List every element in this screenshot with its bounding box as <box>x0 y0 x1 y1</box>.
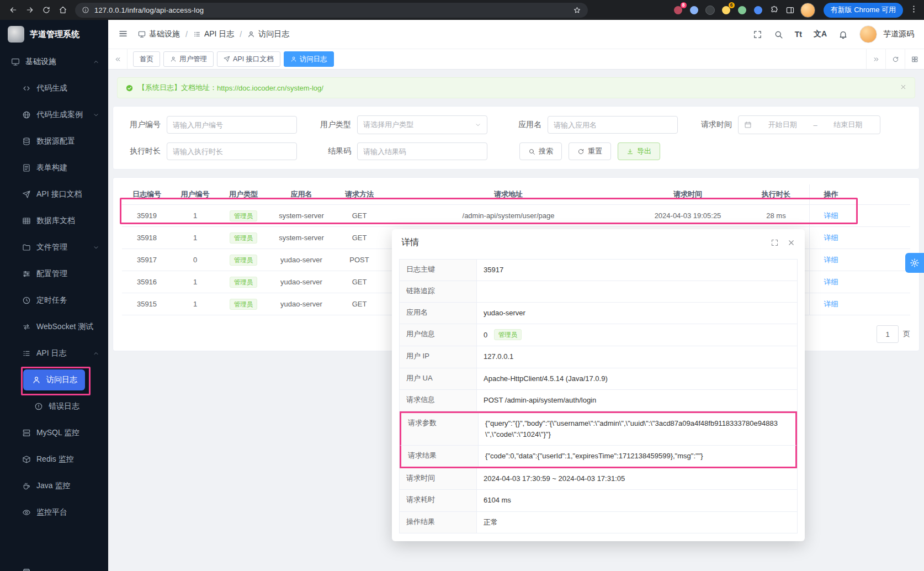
tabs-scroll-left-button[interactable] <box>108 49 128 69</box>
sidebar-item[interactable]: 基础设施 <box>0 49 108 75</box>
sidebar-item[interactable]: 代码生成 <box>0 75 108 102</box>
sidebar-item[interactable]: 错误日志 <box>0 393 108 420</box>
detail-value: 2024-04-03 17:30:59 ~ 2024-04-03 17:31:0… <box>477 468 797 489</box>
extension-icon[interactable]: 8 <box>672 4 684 16</box>
browser-forward-button[interactable] <box>22 2 38 18</box>
detail-value: {"query":"{}","body":"{\"username\":\"ad… <box>479 413 795 445</box>
sidebar-item-icon <box>22 322 31 331</box>
breadcrumb-item[interactable]: 访问日志 <box>247 29 289 39</box>
sidebar-item[interactable]: 表单构建 <box>0 155 108 181</box>
dialog-close-icon[interactable] <box>787 239 795 247</box>
user-type-badge: 管理员 <box>230 255 258 266</box>
export-button[interactable]: 导出 <box>618 142 660 160</box>
page-tab[interactable]: 访问日志 <box>284 51 334 67</box>
sidebar-item-icon <box>22 296 31 305</box>
cell-actions: 详细 <box>809 227 852 249</box>
sidebar-item[interactable]: 配置管理 <box>0 261 108 287</box>
sidebar-item-icon <box>22 84 31 93</box>
sidebar-item[interactable]: Redis 监控 <box>0 446 108 473</box>
fullscreen-button[interactable] <box>753 30 762 39</box>
browser-toolbar: 127.0.0.1/infra/log/api-access-log 8 6 有… <box>0 0 924 20</box>
browser-profile-avatar[interactable] <box>800 3 815 18</box>
sidebar-item[interactable]: API 接口文档 <box>0 181 108 208</box>
locale-switch-button[interactable]: 文A <box>814 29 827 39</box>
sidebar-item[interactable] <box>0 559 108 571</box>
home-icon <box>59 6 67 14</box>
sidebar-item[interactable]: 文件管理 <box>0 234 108 261</box>
search-button[interactable]: 搜索 <box>519 142 562 160</box>
detail-label: 请求信息 <box>400 390 477 411</box>
extension-icon[interactable] <box>688 4 700 16</box>
user-name[interactable]: 芋道源码 <box>883 29 914 39</box>
sidebar-item[interactable]: 访问日志 <box>23 369 85 390</box>
side-panel-button[interactable] <box>784 4 796 16</box>
extension-icon[interactable] <box>736 4 748 16</box>
filter-duration: 执行时长 <box>122 142 297 160</box>
fullscreen-icon <box>753 30 762 39</box>
browser-reload-button[interactable] <box>39 2 54 18</box>
font-size-button[interactable]: Tt <box>795 30 802 39</box>
notice-close-button[interactable] <box>900 83 907 92</box>
chevron-icon <box>93 59 99 65</box>
collapse-menu-button[interactable] <box>118 29 128 40</box>
global-search-button[interactable] <box>774 30 783 39</box>
dialog-fullscreen-icon[interactable] <box>771 239 779 247</box>
detail-link[interactable]: 详细 <box>824 255 838 265</box>
user-avatar[interactable] <box>859 25 877 43</box>
breadcrumb-item[interactable]: 基础设施 <box>138 29 180 39</box>
detail-link[interactable]: 详细 <box>824 211 838 221</box>
page-tab[interactable]: 首页 <box>133 51 160 67</box>
user-id-input[interactable] <box>167 116 297 134</box>
site-info-icon[interactable] <box>82 6 89 14</box>
sidebar-item[interactable]: MySQL 监控 <box>0 420 108 446</box>
detail-link[interactable]: 详细 <box>824 233 838 243</box>
sidebar-item[interactable]: 数据源配置 <box>0 128 108 155</box>
date-range-picker[interactable]: 开始日期 – 结束日期 <box>738 115 880 134</box>
tab-refresh-button[interactable] <box>885 49 905 69</box>
extension-icon[interactable] <box>752 4 764 16</box>
detail-value-text: 正常 <box>484 518 498 526</box>
browser-home-button[interactable] <box>55 2 71 18</box>
app-name-input[interactable] <box>548 116 678 134</box>
page-tab[interactable]: 用户管理 <box>163 51 214 67</box>
page-tab[interactable]: API 接口文档 <box>217 51 280 67</box>
sidebar-item[interactable]: 数据库文档 <box>0 208 108 234</box>
address-bar[interactable]: 127.0.0.1/infra/log/api-access-log <box>75 3 588 18</box>
notice-doc-link[interactable]: https://doc.iocoder.cn/system-log/ <box>217 84 323 92</box>
sidebar-item[interactable]: 监控平台 <box>0 499 108 526</box>
dialog-title: 详情 <box>401 237 419 249</box>
detail-label: 用户信息 <box>400 324 477 346</box>
sidebar-item[interactable]: WebSocket 测试 <box>0 314 108 340</box>
user-type-select[interactable]: 请选择用户类型 <box>357 115 487 134</box>
extension-icon[interactable] <box>704 4 716 16</box>
notifications-button[interactable] <box>838 30 848 39</box>
sidebar-item[interactable]: 定时任务 <box>0 287 108 314</box>
breadcrumb: 基础设施 / API 日志 / 访问日志 / <box>138 29 289 39</box>
app-logo[interactable]: 芋道管理系统 <box>0 20 108 49</box>
chrome-update-chip[interactable]: 有新版 Chrome 可用 <box>824 3 903 18</box>
detail-link[interactable]: 详细 <box>824 299 838 309</box>
result-code-input[interactable] <box>357 142 487 160</box>
sidebar-item-label: API 接口文档 <box>36 189 82 199</box>
reset-button[interactable]: 重置 <box>569 142 611 160</box>
sidebar-item[interactable]: 代码生成案例 <box>0 102 108 128</box>
detail-link[interactable]: 详细 <box>824 277 838 287</box>
tabs-layout-button[interactable] <box>905 49 924 69</box>
duration-input[interactable] <box>167 142 297 160</box>
tabs-scroll-right-button[interactable] <box>866 49 885 69</box>
page-number-input[interactable] <box>877 325 899 343</box>
sidebar-item[interactable]: API 日志 <box>0 340 108 367</box>
breadcrumb-item[interactable]: API 日志 <box>193 29 234 39</box>
extension-icon[interactable]: 6 <box>720 4 732 16</box>
tags-view-bar: 首页 用户管理 API 接口文档 访问日志 <box>108 49 924 70</box>
extensions-menu-button[interactable] <box>768 4 780 16</box>
browser-back-button[interactable] <box>6 2 21 18</box>
field-label: 应用名 <box>503 120 541 130</box>
sidebar-item-label: 数据源配置 <box>36 136 75 146</box>
filter-row-1: 用户编号 用户类型 请选择用户类型 应用名 <box>122 115 910 134</box>
reset-icon <box>577 148 585 155</box>
bookmark-star-icon[interactable] <box>573 6 581 14</box>
theme-settings-button[interactable] <box>905 253 924 273</box>
sidebar-item[interactable]: Java 监控 <box>0 473 108 499</box>
browser-menu-button[interactable] <box>909 4 918 15</box>
